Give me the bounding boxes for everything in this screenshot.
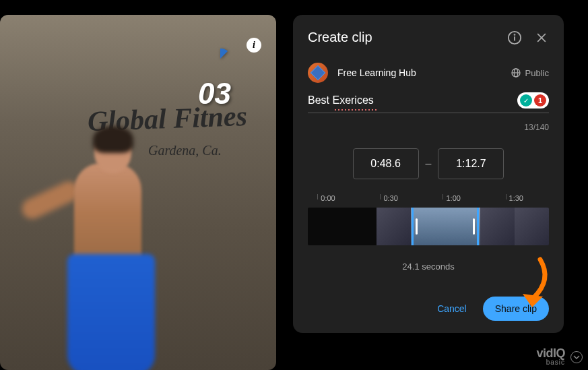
countdown-pie-icon <box>209 47 232 70</box>
visibility-selector[interactable]: Public <box>511 67 549 78</box>
clip-duration: 24.1 seconds <box>308 261 549 272</box>
timeline-thumb <box>342 208 377 245</box>
selection-handle-left[interactable] <box>416 218 418 235</box>
vidiq-watermark: vidIQ basic <box>536 346 565 366</box>
channel-avatar <box>308 63 328 83</box>
timeline-tick: 1:00 <box>443 194 460 199</box>
video-preview: Global Fitnes Gardena, Ca. 03 i <box>0 15 276 370</box>
timeline-tick: 0:00 <box>317 194 335 199</box>
timeline-tick: 1:30 <box>506 194 523 199</box>
extension-badge[interactable]: ✓ 1 <box>517 92 549 109</box>
close-icon[interactable] <box>534 30 549 45</box>
time-separator: – <box>426 158 432 170</box>
video-info-icon[interactable]: i <box>247 38 261 53</box>
timeline-thumb <box>308 208 342 245</box>
start-time-input[interactable] <box>353 148 419 179</box>
badge-count: 1 <box>534 94 546 106</box>
selection-handle-right[interactable] <box>473 218 475 235</box>
clip-title-input[interactable] <box>308 94 517 106</box>
share-clip-button[interactable]: Share clip <box>483 297 549 321</box>
svg-point-2 <box>515 34 515 34</box>
end-time-input[interactable] <box>438 148 504 179</box>
timeline-thumb <box>515 208 549 245</box>
timeline[interactable]: 0:00 0:30 1:00 1:30 <box>308 194 549 255</box>
cancel-button[interactable]: Cancel <box>437 303 467 314</box>
person-figure <box>0 102 175 370</box>
timeline-thumb <box>377 208 411 245</box>
dialog-title: Create clip <box>308 30 372 45</box>
globe-icon <box>511 67 521 78</box>
timeline-thumb <box>480 208 515 245</box>
countdown-number: 03 <box>198 77 231 111</box>
info-icon[interactable] <box>507 30 522 45</box>
check-icon: ✓ <box>520 94 532 106</box>
channel-name: Free Learning Hub <box>337 67 416 78</box>
timeline-ruler: 0:00 0:30 1:00 1:30 <box>308 194 549 208</box>
chevron-down-icon[interactable] <box>570 351 583 363</box>
char-count: 13/140 <box>308 123 549 132</box>
timeline-tick: 0:30 <box>380 194 397 199</box>
visibility-label: Public <box>525 68 549 78</box>
create-clip-dialog: Create clip Free Learning Hub Public ✓ 1 <box>293 15 564 333</box>
clip-selection[interactable] <box>412 208 479 245</box>
timeline-thumbnails[interactable] <box>308 208 549 245</box>
